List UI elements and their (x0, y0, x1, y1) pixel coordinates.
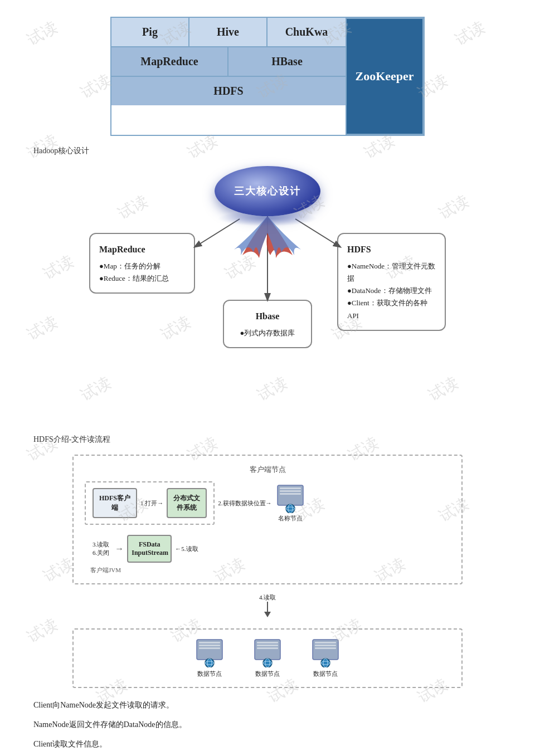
step4-label: 4.读取 (259, 593, 276, 602)
svg-rect-14 (199, 645, 220, 646)
hdfs-read-diagram: 客户端节点 HDFS客户端 1.打开→ (33, 455, 502, 688)
arch-hdfs: HDFS (111, 77, 346, 105)
arch-hbase: HBase (228, 47, 346, 77)
step1-label: 1.打开→ (140, 499, 163, 508)
svg-point-7 (286, 504, 295, 513)
core-design-button: 三大核心设计 (215, 166, 320, 216)
svg-point-23 (263, 659, 272, 667)
step5-label: ←5.读取 (175, 545, 198, 553)
dist-fs-box: 分布式文件系统 (167, 488, 207, 518)
arch-zookeeper: ZooKeeper (346, 18, 424, 135)
svg-rect-6 (280, 493, 301, 495)
hadoop-architecture-diagram: Pig Hive ChuKwa MapReduce (33, 17, 502, 136)
para-2: NameNode返回文件存储的DataNode的信息。 (33, 718, 502, 731)
svg-rect-28 (315, 645, 336, 646)
svg-rect-20 (257, 642, 278, 643)
arch-pig: Pig (111, 18, 189, 47)
datanode-1: 数据节点 (194, 638, 225, 678)
datanode-2: 数据节点 (252, 638, 283, 678)
svg-point-16 (205, 659, 214, 667)
svg-rect-22 (257, 647, 278, 649)
namenode-server-icon (275, 484, 305, 513)
core-design-diagram: 三大核心设计 MapReduce ●Map：任务的分解 ●Reduce：结果的汇… (33, 166, 502, 422)
para-3: Client读取文件信息。 (33, 737, 502, 751)
hbase-box: Hbase ●列式内存数据库 (223, 300, 312, 348)
hdfs-read-label: HDFS介绍-文件读流程 (33, 435, 502, 445)
fsdata-box: FSData InputStream (127, 535, 172, 563)
datanode-3: 数据节点 (310, 638, 341, 678)
namenode-label: 名称节点 (278, 514, 303, 523)
mapreduce-box: MapReduce ●Map：任务的分解 ●Reduce：结果的汇总 (89, 233, 195, 294)
svg-marker-11 (264, 612, 271, 617)
datanodes-container: 数据节点 数据节点 (72, 628, 463, 688)
hdfs-client-box: HDFS客户端 (93, 488, 137, 518)
svg-rect-15 (199, 647, 220, 649)
arch-mapreduce: MapReduce (111, 47, 228, 77)
svg-rect-13 (199, 642, 220, 643)
svg-rect-29 (315, 647, 336, 649)
jvm-label: 客户端JVM (90, 566, 450, 574)
step3-6-label: 3.读取 6.关闭 (93, 540, 109, 557)
svg-rect-4 (280, 487, 301, 489)
svg-point-30 (321, 659, 330, 667)
svg-rect-5 (280, 490, 301, 492)
hdfs-box: HDFS ●NameNode：管理文件元数据 ●DataNode：存储物理文件 … (337, 233, 446, 331)
para-1: Client向NameNode发起文件读取的请求。 (33, 698, 502, 712)
namenode-container: 名称节点 (275, 484, 305, 523)
svg-rect-21 (257, 645, 278, 646)
arch-chukwa: ChuKwa (268, 18, 346, 47)
step2-label: 2.获得数据块位置→ (218, 499, 271, 508)
svg-rect-27 (315, 642, 336, 643)
client-node-label: 客户端节点 (85, 465, 450, 475)
arch-hive: Hive (189, 18, 268, 47)
step4-arrow (262, 602, 273, 617)
hadoop-core-design-label: Hadoop核心设计 (33, 146, 502, 156)
